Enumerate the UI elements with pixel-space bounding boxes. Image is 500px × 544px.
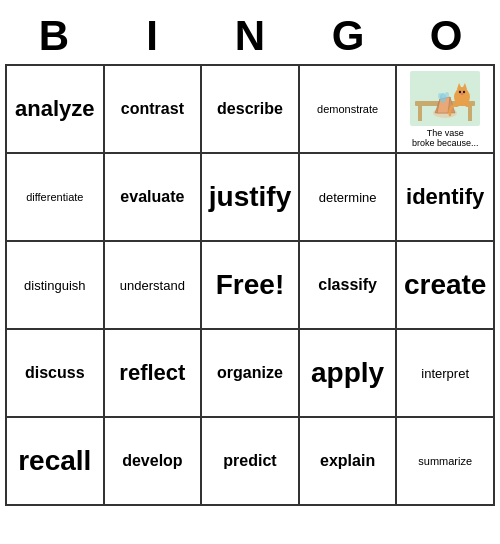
svg-point-16	[465, 103, 471, 107]
bingo-grid: analyze contrast describe demonstrate	[5, 64, 495, 506]
header-b: B	[5, 8, 103, 64]
cell-0-0[interactable]: analyze	[7, 66, 105, 154]
cell-2-3[interactable]: classify	[300, 242, 398, 330]
cell-2-2[interactable]: Free!	[202, 242, 300, 330]
cell-2-0[interactable]: distinguish	[7, 242, 105, 330]
svg-point-13	[463, 90, 465, 92]
cell-4-1[interactable]: develop	[105, 418, 203, 506]
cell-4-4[interactable]: summarize	[397, 418, 495, 506]
svg-point-19	[445, 92, 449, 98]
cell-1-3[interactable]: determine	[300, 154, 398, 242]
cell-2-1[interactable]: understand	[105, 242, 203, 330]
vase-cartoon	[410, 71, 480, 126]
header-o: O	[397, 8, 495, 64]
header-i: I	[103, 8, 201, 64]
cell-0-4[interactable]: The vasebroke because...	[397, 66, 495, 154]
cell-0-3[interactable]: demonstrate	[300, 66, 398, 154]
cell-0-1[interactable]: contrast	[105, 66, 203, 154]
cell-3-3[interactable]: apply	[300, 330, 398, 418]
cell-1-2[interactable]: justify	[202, 154, 300, 242]
svg-point-18	[438, 93, 442, 99]
cell-4-3[interactable]: explain	[300, 418, 398, 506]
cell-3-4[interactable]: interpret	[397, 330, 495, 418]
svg-point-14	[461, 93, 464, 95]
svg-point-15	[453, 103, 459, 107]
header-n: N	[201, 8, 299, 64]
bingo-card: B I N G O analyze contrast describe demo…	[5, 8, 495, 506]
svg-rect-2	[418, 106, 422, 121]
cell-1-4[interactable]: identify	[397, 154, 495, 242]
cell-2-4[interactable]: create	[397, 242, 495, 330]
svg-rect-3	[468, 106, 472, 121]
cell-1-1[interactable]: evaluate	[105, 154, 203, 242]
cell-3-0[interactable]: discuss	[7, 330, 105, 418]
cell-3-2[interactable]: organize	[202, 330, 300, 418]
cell-4-2[interactable]: predict	[202, 418, 300, 506]
cell-1-0[interactable]: differentiate	[7, 154, 105, 242]
bingo-header: B I N G O	[5, 8, 495, 64]
cell-0-2[interactable]: describe	[202, 66, 300, 154]
svg-point-12	[459, 90, 461, 92]
cell-4-0[interactable]: recall	[7, 418, 105, 506]
cell-3-1[interactable]: reflect	[105, 330, 203, 418]
header-g: G	[299, 8, 397, 64]
